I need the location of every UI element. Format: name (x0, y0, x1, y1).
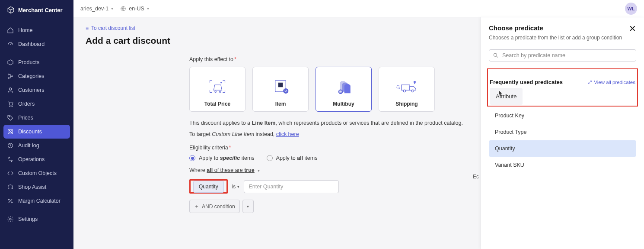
plus-icon: ＋ (194, 203, 199, 210)
sidebar-item-products[interactable]: Products (0, 55, 73, 69)
sidebar: Merchant Center Home Dashboard Products … (0, 0, 73, 249)
svg-point-16 (220, 82, 222, 84)
cube-icon (7, 6, 15, 14)
where-clause[interactable]: Where all of these are true ▾ (189, 167, 466, 173)
avatar[interactable]: WL (625, 3, 637, 15)
brand-label: Merchant Center (18, 7, 63, 13)
nav: Home Dashboard Products Categories Custo… (0, 20, 73, 226)
sidebar-item-categories[interactable]: Categories (0, 69, 73, 83)
close-icon[interactable]: ✕ (629, 24, 636, 33)
svg-point-19 (284, 89, 285, 90)
sidebar-item-label: Products (18, 59, 39, 65)
sidebar-item-label: Orders (18, 101, 35, 107)
predicate-list: Product Key Product Type Quantity Varian… (489, 107, 636, 173)
svg-point-25 (411, 90, 414, 92)
quantity-input[interactable]: Enter Quantity (244, 180, 339, 193)
sidebar-item-label: Audit log (18, 142, 39, 149)
project-selector[interactable]: aries_dev-1 ▾ (80, 6, 113, 12)
history-icon (7, 142, 14, 149)
cursor-icon (498, 91, 504, 96)
effect-cards: Total Price Item (189, 67, 466, 112)
sidebar-item-audit-log[interactable]: Audit log (0, 139, 73, 152)
code-icon (7, 170, 14, 177)
item-icon (265, 75, 296, 97)
apply-effect-label: Apply this effect to* (189, 56, 466, 62)
sidebar-item-dashboard[interactable]: Dashboard (0, 37, 73, 51)
effect-caption: Multibuy (333, 101, 354, 107)
sidebar-item-custom-objects[interactable]: Custom Objects (0, 166, 73, 180)
effect-multibuy[interactable]: Multibuy (316, 67, 372, 112)
effect-shipping[interactable]: Shipping (379, 67, 435, 112)
svg-point-3 (9, 88, 11, 90)
effect-total-price[interactable]: Total Price (189, 67, 245, 112)
sidebar-item-customers[interactable]: Customers (0, 83, 73, 97)
sidebar-item-home[interactable]: Home (0, 23, 73, 37)
svg-point-5 (12, 106, 13, 107)
and-condition-button[interactable]: ＋ AND condition (189, 200, 240, 213)
predicate-product-type[interactable]: Product Type (489, 124, 636, 140)
effect-caption: Item (275, 101, 286, 107)
sidebar-item-label: Categories (18, 73, 44, 79)
sidebar-item-operations[interactable]: Operations (0, 152, 73, 166)
predicate-product-key[interactable]: Product Key (489, 107, 636, 124)
svg-point-10 (8, 199, 10, 200)
eligibility-criteria-label: Eligibility criteria* (189, 145, 466, 151)
radio-all-items[interactable]: Apply to all items (267, 155, 318, 161)
and-condition-dropdown[interactable]: ▾ (242, 200, 254, 213)
sidebar-item-label: Discounts (18, 129, 42, 135)
search-icon (493, 52, 499, 58)
predicate-attribute[interactable]: Attribute (490, 88, 523, 105)
discount-applies-text: This discount applies to a Line Item, wh… (189, 119, 466, 127)
highlight-box: Frequently used predicates View all pred… (487, 68, 638, 107)
operator-selector[interactable]: is ▾ (232, 184, 240, 190)
svg-point-8 (9, 130, 10, 131)
sidebar-item-label: Prices (18, 115, 33, 121)
condition-field-pill[interactable]: Quantity (193, 181, 224, 193)
view-all-predicates-link[interactable]: View all predicates (588, 80, 635, 85)
svg-rect-23 (402, 85, 410, 90)
predicate-panel: Choose predicate ✕ Chooses a predicate f… (481, 17, 644, 249)
arrows-icon (7, 156, 14, 163)
svg-point-1 (8, 78, 10, 79)
chevron-down-icon: ▾ (111, 6, 113, 11)
predicate-search-input[interactable]: Search by predicate name (489, 49, 636, 61)
svg-point-11 (11, 202, 13, 203)
effect-caption: Shipping (395, 101, 418, 107)
brand[interactable]: Merchant Center (0, 0, 73, 20)
tag-icon (7, 114, 14, 121)
panel-subtitle: Chooses a predicate from the list or add… (489, 35, 636, 41)
svg-point-26 (494, 53, 497, 56)
sidebar-item-shop-assist[interactable]: Shop Assist (0, 180, 73, 194)
cart-icon (7, 100, 14, 107)
svg-point-15 (219, 91, 221, 93)
shipping-icon (392, 75, 422, 97)
svg-point-4 (10, 106, 10, 107)
gear-icon (7, 216, 14, 223)
multibuy-icon (328, 75, 359, 97)
condition-row: Quantity is ▾ Enter Quantity (189, 179, 466, 194)
predicate-quantity[interactable]: Quantity (489, 140, 636, 157)
sidebar-item-settings[interactable]: Settings (0, 212, 73, 226)
chevron-down-icon: ▾ (258, 168, 260, 173)
truncated-text: Ec (473, 174, 479, 180)
locale-selector[interactable]: en-US ▾ (120, 6, 149, 12)
sidebar-item-label: Customers (18, 87, 44, 93)
gauge-icon (7, 41, 14, 48)
sidebar-item-margin-calculator[interactable]: Margin Calculator (0, 194, 73, 208)
chevron-down-icon: ▾ (147, 6, 149, 11)
click-here-link[interactable]: click here (276, 131, 299, 137)
predicate-variant-sku[interactable]: Variant SKU (489, 157, 636, 173)
svg-point-20 (287, 91, 287, 92)
effect-item[interactable]: Item (252, 67, 309, 112)
sidebar-item-discounts[interactable]: Discounts (3, 125, 70, 139)
svg-point-12 (10, 218, 11, 220)
highlight-box: Quantity (189, 179, 228, 194)
sidebar-item-label: Margin Calculator (18, 198, 61, 204)
sidebar-item-prices[interactable]: Prices (0, 111, 73, 125)
radio-specific-items[interactable]: Apply to specific items (189, 155, 255, 161)
effect-caption: Total Price (204, 101, 230, 107)
discount-icon (7, 128, 14, 135)
sidebar-item-orders[interactable]: Orders (0, 97, 73, 111)
topbar: aries_dev-1 ▾ en-US ▾ WL (73, 0, 644, 17)
frequently-used-title: Frequently used predicates (490, 79, 563, 85)
